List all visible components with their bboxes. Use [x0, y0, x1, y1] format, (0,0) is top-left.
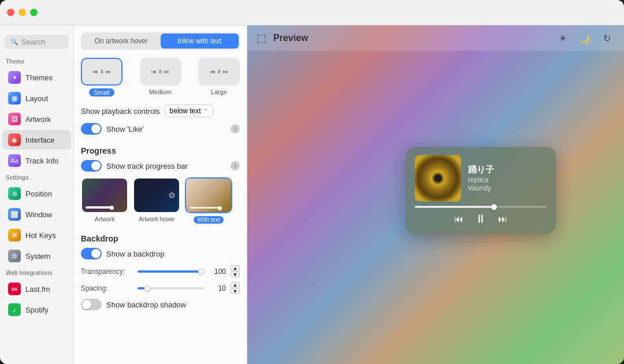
play-icon-lg: ⏸ — [217, 69, 222, 75]
playback-controls-row: Show playback controls below text ⌃ — [81, 105, 240, 117]
transparency-value: 100 — [209, 268, 226, 276]
transparency-thumb[interactable] — [198, 269, 204, 274]
sidebar-label-trackinfo: Track Info — [25, 157, 58, 165]
artwork-hover-icon: ⚙ — [168, 191, 176, 200]
transparency-row: Transparency: 100 ▲ ▼ — [81, 265, 240, 277]
spacing-slider[interactable] — [138, 287, 204, 289]
sidebar-item-artwork[interactable]: 🖼 Artwork — [2, 109, 71, 129]
artwork-progress-dot — [110, 206, 114, 210]
refresh-icon[interactable]: ↻ — [599, 30, 615, 46]
album-art-inner — [415, 155, 461, 202]
progress-option-with-text[interactable]: With text — [185, 177, 232, 224]
size-options: ⏮ ⏸ ⏭ Small ⏮ ⏸ ⏭ Me — [81, 58, 240, 96]
controls-tabs: On artwork hover Inline with text — [81, 32, 240, 50]
tab-on-artwork-hover[interactable]: On artwork hover — [82, 34, 161, 49]
spacing-increase[interactable]: ▲ — [231, 282, 240, 288]
close-button[interactable] — [7, 9, 14, 16]
toggle-knob — [91, 124, 101, 133]
progress-option-artwork[interactable]: Artwork — [81, 177, 128, 224]
size-box-large: ⏮ ⏸ ⏭ — [198, 58, 240, 86]
sidebar-item-hotkeys[interactable]: ⌘ Hot Keys — [2, 225, 71, 245]
vinyl-center — [432, 173, 444, 184]
show-progress-toggle[interactable] — [81, 160, 102, 172]
sidebar-item-spotify[interactable]: ♪ Spotify — [2, 300, 71, 320]
show-progress-label: Show track progress bar — [106, 162, 188, 170]
playback-position-value: below text — [170, 107, 201, 115]
widget-prev-icon[interactable]: ⏮ — [454, 214, 463, 224]
progress-with-text-badge: With text — [194, 216, 224, 224]
transparency-increase[interactable]: ▲ — [231, 265, 240, 271]
main-window: 🔍 Search Theme ✦ Themes ▦ Layout 🖼 — [0, 0, 624, 364]
prev-icon: ⏮ — [93, 69, 98, 75]
widget-play-icon[interactable]: ⏸ — [475, 213, 486, 226]
minimize-button[interactable] — [18, 9, 26, 16]
sidebar-item-trackinfo[interactable]: Aa Track Info — [2, 151, 71, 170]
sidebar-label-interface: Interface — [25, 136, 55, 144]
sidebar-label-hotkeys: Hot Keys — [25, 231, 56, 240]
sidebar-item-themes[interactable]: ✦ Themes — [2, 68, 71, 87]
show-like-toggle[interactable] — [81, 123, 102, 135]
show-like-row: Show 'Like' i — [81, 123, 240, 135]
show-backdrop-toggle[interactable] — [81, 248, 102, 259]
prev-icon-lg: ⏮ — [210, 69, 216, 75]
progress-box-artwork-hover: ⚙ — [133, 177, 180, 213]
sidebar-label-window: Window — [25, 210, 52, 219]
size-box-small: ⏮ ⏸ ⏭ — [81, 58, 122, 86]
size-option-small[interactable]: ⏮ ⏸ ⏭ Small — [81, 58, 122, 96]
prev-icon-md: ⏮ — [151, 69, 157, 75]
progress-box-with-text — [185, 177, 232, 213]
widget-next-icon[interactable]: ⏭ — [498, 214, 507, 224]
album-art — [415, 155, 461, 202]
progress-bar-track — [415, 206, 547, 208]
settings-section-label: Settings — [0, 171, 73, 183]
large-playback-controls: ⏮ ⏸ ⏭ — [210, 69, 228, 75]
preview-header: ⬚ Preview ☀ 🌙 ↻ — [247, 25, 624, 51]
traffic-lights — [7, 9, 38, 16]
play-icon-md: ⏸ — [158, 69, 163, 75]
progress-section-header: Progress — [81, 146, 240, 155]
size-small-badge: Small — [89, 88, 114, 96]
spacing-value: 10 — [209, 284, 226, 292]
show-backdrop-row: Show a backdrop — [81, 248, 240, 259]
track-album: replica — [468, 176, 547, 184]
sidebar-item-window[interactable]: ⬜ Window — [2, 205, 71, 224]
maximize-button[interactable] — [30, 9, 38, 16]
next-icon-md: ⏭ — [164, 69, 169, 75]
artwork-progress-bg — [82, 179, 127, 212]
tab-inline-with-text[interactable]: Inline with text — [161, 34, 239, 49]
sidebar-label-themes: Themes — [25, 73, 53, 82]
sidebar-item-layout[interactable]: ▦ Layout — [2, 88, 71, 108]
size-option-medium[interactable]: ⏮ ⏸ ⏭ Medium — [140, 58, 181, 96]
widget-top: 踊り子 replica Vaundy — [415, 155, 547, 202]
sidebar-item-system[interactable]: ⚙ System — [2, 246, 71, 266]
progress-info-icon[interactable]: i — [231, 161, 240, 170]
show-like-info-icon[interactable]: i — [231, 124, 240, 133]
spacing-decrease[interactable]: ▼ — [231, 288, 240, 294]
sun-icon[interactable]: ☀ — [555, 30, 571, 46]
transparency-decrease[interactable]: ▼ — [231, 272, 240, 277]
content-panel: On artwork hover Inline with text ⏮ ⏸ ⏭ — [74, 25, 247, 364]
sidebar-item-position[interactable]: ⊕ Position — [2, 184, 71, 203]
main-content: 🔍 Search Theme ✦ Themes ▦ Layout 🖼 — [0, 25, 624, 364]
spacing-thumb[interactable] — [144, 285, 150, 291]
search-box[interactable]: 🔍 Search — [5, 35, 69, 49]
widget-progress-bar — [415, 206, 547, 208]
sidebar-label-lastfm: Last.fm — [25, 285, 50, 294]
spacing-stepper: ▲ ▼ — [231, 282, 240, 294]
sidebar-item-interface[interactable]: ◉ Interface — [2, 130, 71, 150]
show-progress-bar-row: Show track progress bar i — [81, 160, 240, 172]
transparency-slider[interactable] — [138, 270, 204, 273]
transparency-fill — [138, 270, 204, 273]
progress-option-artwork-hover[interactable]: ⚙ Artwork hover — [133, 177, 180, 224]
sidebar-item-lastfm[interactable]: as Last.fm — [2, 279, 71, 299]
moon-icon[interactable]: 🌙 — [577, 30, 593, 46]
small-playback-controls: ⏮ ⏸ ⏭ — [93, 69, 111, 75]
dropdown-arrow-icon: ⌃ — [203, 108, 208, 114]
show-shadow-toggle[interactable] — [81, 299, 102, 310]
medium-playback-controls: ⏮ ⏸ ⏭ — [151, 69, 169, 75]
preview-panel: ⬚ Preview ☀ 🌙 ↻ — [247, 25, 624, 364]
trackinfo-icon: Aa — [8, 154, 21, 167]
size-option-large[interactable]: ⏮ ⏸ ⏭ Large — [198, 58, 240, 96]
playback-position-dropdown[interactable]: below text ⌃ — [165, 105, 213, 117]
sidebar-label-artwork: Artwork — [25, 115, 51, 124]
